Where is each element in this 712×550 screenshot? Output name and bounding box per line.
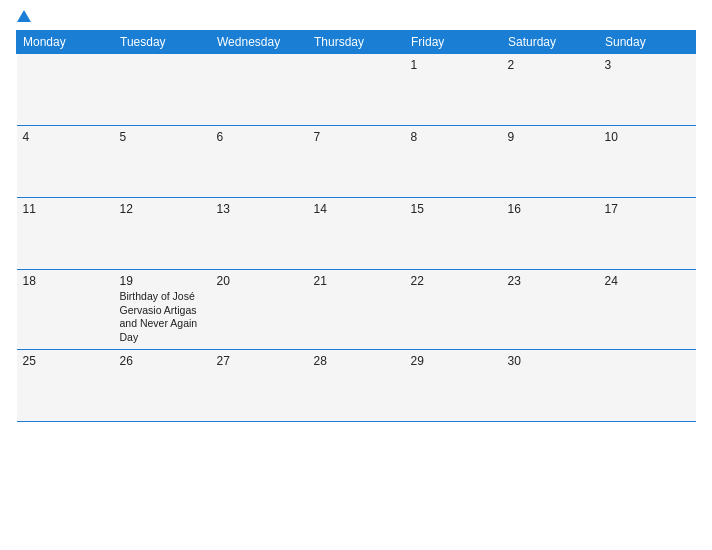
day-cell-3-3: 21	[308, 270, 405, 350]
col-header-friday: Friday	[405, 31, 502, 54]
day-cell-0-5: 2	[502, 54, 599, 126]
day-cell-0-4: 1	[405, 54, 502, 126]
day-cell-4-0: 25	[17, 349, 114, 421]
day-cell-0-0	[17, 54, 114, 126]
calendar-table: MondayTuesdayWednesdayThursdayFridaySatu…	[16, 30, 696, 422]
day-number: 23	[508, 274, 593, 288]
week-row-3: 1819Birthday of José Gervasio Artigas an…	[17, 270, 696, 350]
day-cell-0-3	[308, 54, 405, 126]
day-cell-2-1: 12	[114, 198, 211, 270]
calendar-header-row: MondayTuesdayWednesdayThursdayFridaySatu…	[17, 31, 696, 54]
header	[16, 10, 696, 22]
day-cell-2-6: 17	[599, 198, 696, 270]
day-number: 27	[217, 354, 302, 368]
day-number: 12	[120, 202, 205, 216]
day-number: 28	[314, 354, 399, 368]
day-number: 22	[411, 274, 496, 288]
col-header-saturday: Saturday	[502, 31, 599, 54]
day-number: 16	[508, 202, 593, 216]
week-row-4: 252627282930	[17, 349, 696, 421]
day-number: 6	[217, 130, 302, 144]
day-number: 25	[23, 354, 108, 368]
day-number: 24	[605, 274, 690, 288]
day-number: 4	[23, 130, 108, 144]
day-cell-1-0: 4	[17, 126, 114, 198]
day-number: 5	[120, 130, 205, 144]
day-number: 18	[23, 274, 108, 288]
col-header-thursday: Thursday	[308, 31, 405, 54]
day-number: 15	[411, 202, 496, 216]
col-header-tuesday: Tuesday	[114, 31, 211, 54]
day-cell-0-2	[211, 54, 308, 126]
logo-triangle-icon	[17, 10, 31, 22]
day-number: 30	[508, 354, 593, 368]
day-cell-1-3: 7	[308, 126, 405, 198]
day-number: 10	[605, 130, 690, 144]
day-number: 8	[411, 130, 496, 144]
day-cell-2-2: 13	[211, 198, 308, 270]
day-number: 21	[314, 274, 399, 288]
col-header-monday: Monday	[17, 31, 114, 54]
day-cell-1-1: 5	[114, 126, 211, 198]
day-cell-3-0: 18	[17, 270, 114, 350]
week-row-1: 45678910	[17, 126, 696, 198]
day-cell-4-5: 30	[502, 349, 599, 421]
day-number: 19	[120, 274, 205, 288]
day-number: 26	[120, 354, 205, 368]
col-header-sunday: Sunday	[599, 31, 696, 54]
day-number: 11	[23, 202, 108, 216]
day-cell-1-2: 6	[211, 126, 308, 198]
day-cell-2-0: 11	[17, 198, 114, 270]
day-cell-2-5: 16	[502, 198, 599, 270]
day-number: 17	[605, 202, 690, 216]
logo	[16, 10, 32, 22]
day-cell-3-4: 22	[405, 270, 502, 350]
week-row-0: 123	[17, 54, 696, 126]
day-cell-4-1: 26	[114, 349, 211, 421]
day-number: 9	[508, 130, 593, 144]
day-number: 1	[411, 58, 496, 72]
day-cell-3-1: 19Birthday of José Gervasio Artigas and …	[114, 270, 211, 350]
day-number: 3	[605, 58, 690, 72]
day-cell-2-3: 14	[308, 198, 405, 270]
day-cell-4-3: 28	[308, 349, 405, 421]
day-cell-4-4: 29	[405, 349, 502, 421]
day-number: 7	[314, 130, 399, 144]
day-cell-4-6	[599, 349, 696, 421]
day-cell-3-5: 23	[502, 270, 599, 350]
day-cell-0-1	[114, 54, 211, 126]
day-cell-2-4: 15	[405, 198, 502, 270]
event-label: Birthday of José Gervasio Artigas and Ne…	[120, 290, 205, 345]
day-number: 14	[314, 202, 399, 216]
day-cell-0-6: 3	[599, 54, 696, 126]
day-number: 29	[411, 354, 496, 368]
day-cell-4-2: 27	[211, 349, 308, 421]
day-cell-3-2: 20	[211, 270, 308, 350]
col-header-wednesday: Wednesday	[211, 31, 308, 54]
calendar-page: MondayTuesdayWednesdayThursdayFridaySatu…	[0, 0, 712, 550]
day-number: 13	[217, 202, 302, 216]
day-number: 2	[508, 58, 593, 72]
day-cell-1-5: 9	[502, 126, 599, 198]
week-row-2: 11121314151617	[17, 198, 696, 270]
day-number: 20	[217, 274, 302, 288]
day-cell-1-4: 8	[405, 126, 502, 198]
day-cell-3-6: 24	[599, 270, 696, 350]
day-cell-1-6: 10	[599, 126, 696, 198]
